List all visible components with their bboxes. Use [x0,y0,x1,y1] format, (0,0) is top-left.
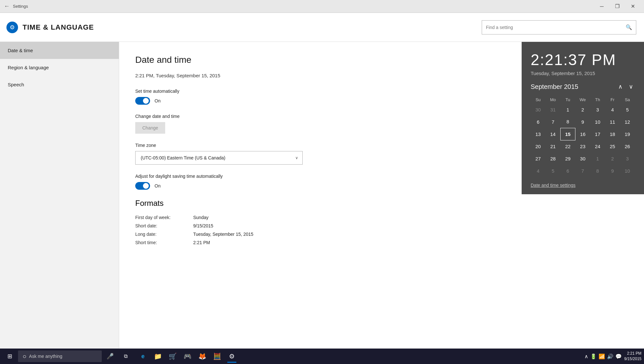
calendar-settings-link[interactable]: Date and time settings [531,183,635,188]
weekday-tu: Tu [560,96,575,103]
short-date-value: 9/15/2015 [193,223,213,228]
calendar-day[interactable]: 7 [575,165,590,177]
calendar-day[interactable]: 22 [560,140,575,152]
notification-icon[interactable]: 💬 [615,353,622,359]
sidebar-item-date-time[interactable]: Date & time [0,42,119,59]
taskbar-app-firefox[interactable]: 🦊 [195,349,209,363]
weekday-sa: Sa [620,96,635,103]
taskbar-search[interactable]: ○ Ask me anything [18,350,102,362]
sidebar-item-region[interactable]: Region & language [0,59,119,76]
long-date-value: Tuesday, September 15, 2015 [193,232,253,237]
change-button[interactable]: Change [135,122,165,134]
calendar-next-month[interactable]: ∨ [627,82,635,91]
set-time-auto-toggle[interactable] [135,97,150,105]
timezone-select[interactable]: (UTC-05:00) Eastern Time (US & Canada) [135,151,303,165]
calendar-day[interactable]: 25 [605,140,620,152]
calendar-day[interactable]: 9 [605,165,620,177]
taskbar-clock[interactable]: 2:21 PM 9/15/2015 [624,351,641,362]
search-box[interactable]: 🔍 [482,20,636,34]
sidebar: Date & time Region & language Speech [0,42,119,349]
cortana-icon: ○ [23,353,26,360]
chevron-up-icon[interactable]: ∧ [584,353,588,359]
calendar-week: 20212223242526 [531,140,635,152]
start-button[interactable]: ⊞ [3,349,17,363]
volume-icon[interactable]: 🔊 [607,353,613,359]
calendar-day[interactable]: 21 [545,140,560,152]
calendar-day[interactable]: 2 [605,152,620,165]
short-time-value: 2:21 PM [193,240,210,245]
first-day-label: First day of week: [135,215,193,220]
maximize-button[interactable]: ❐ [610,1,625,12]
calendar-day[interactable]: 10 [620,165,635,177]
calendar-day[interactable]: 20 [531,140,545,152]
calendar-day[interactable]: 11 [605,116,620,128]
back-icon[interactable]: ← [4,3,10,10]
calendar-day[interactable]: 8 [590,165,605,177]
taskbar-search-placeholder[interactable]: Ask me anything [29,354,62,359]
sidebar-item-speech[interactable]: Speech [0,76,119,93]
calendar-day[interactable]: 15 [560,128,575,140]
calendar-prev-month[interactable]: ∧ [616,82,624,91]
taskbar-app-settings[interactable]: ⚙ [225,349,239,363]
calendar-day[interactable]: 12 [620,116,635,128]
calendar-day[interactable]: 1 [590,152,605,165]
calendar-day[interactable]: 5 [620,103,635,116]
calendar-day[interactable]: 2 [575,103,590,116]
calendar-day[interactable]: 5 [545,165,560,177]
calendar-day[interactable]: 8 [560,116,575,128]
calendar-day[interactable]: 3 [590,103,605,116]
taskbar-date: 9/15/2015 [624,356,641,362]
taskbar-app-calculator[interactable]: 🧮 [210,349,224,363]
taskbar-app-edge[interactable]: e [136,349,150,363]
search-input[interactable] [486,25,626,30]
calendar-grid: Su Mo Tu We Th Fr Sa 3031123456789101112… [531,96,635,177]
calendar-day[interactable]: 30 [531,103,545,116]
weekday-mo: Mo [545,96,560,103]
minimize-button[interactable]: ─ [594,1,609,12]
calendar-day[interactable]: 7 [545,116,560,128]
taskbar-app-games[interactable]: 🎮 [180,349,194,363]
calendar-day[interactable]: 10 [590,116,605,128]
calendar-week: 27282930123 [531,152,635,165]
calendar-day[interactable]: 16 [575,128,590,140]
set-time-auto-state: On [155,98,161,103]
app-title: TIME & LANGUAGE [23,23,94,32]
close-button[interactable]: ✕ [625,1,640,12]
calendar-day[interactable]: 17 [590,128,605,140]
calendar-day[interactable]: 14 [545,128,560,140]
calendar-day[interactable]: 6 [560,165,575,177]
taskbar-app-explorer[interactable]: 📁 [151,349,165,363]
long-date-row: Long date: Tuesday, September 15, 2015 [135,232,628,237]
dst-toggle[interactable] [135,182,150,190]
calendar-day[interactable]: 26 [620,140,635,152]
battery-icon: 🔋 [590,353,597,359]
weekday-fr: Fr [605,96,620,103]
calendar-day[interactable]: 27 [531,152,545,165]
calendar-day[interactable]: 29 [560,152,575,165]
calendar-day[interactable]: 9 [575,116,590,128]
calendar-day[interactable]: 31 [545,103,560,116]
title-bar-controls: ─ ❐ ✕ [594,1,640,12]
calendar-day[interactable]: 1 [560,103,575,116]
taskbar-system-icons: ∧ 🔋 📶 🔊 💬 [584,353,622,359]
search-icon[interactable]: 🔍 [626,24,632,30]
task-view-button[interactable]: ⧉ [118,349,133,363]
title-bar-left: ← Settings [4,3,28,10]
short-date-label: Short date: [135,223,193,228]
calendar-day[interactable]: 18 [605,128,620,140]
calendar-day[interactable]: 28 [545,152,560,165]
mic-icon[interactable]: 🎤 [103,349,117,363]
window-title: Settings [13,4,28,9]
calendar-day[interactable]: 23 [575,140,590,152]
calendar-day[interactable]: 13 [531,128,545,140]
calendar-day[interactable]: 4 [605,103,620,116]
taskbar-app-store[interactable]: 🛒 [166,349,180,363]
calendar-day[interactable]: 24 [590,140,605,152]
calendar-date-full: Tuesday, September 15, 2015 [531,71,635,76]
calendar-day[interactable]: 19 [620,128,635,140]
calendar-day[interactable]: 3 [620,152,635,165]
calendar-day[interactable]: 30 [575,152,590,165]
calendar-month-nav: September 2015 ∧ ∨ [531,82,635,91]
calendar-day[interactable]: 6 [531,116,545,128]
calendar-day[interactable]: 4 [531,165,545,177]
